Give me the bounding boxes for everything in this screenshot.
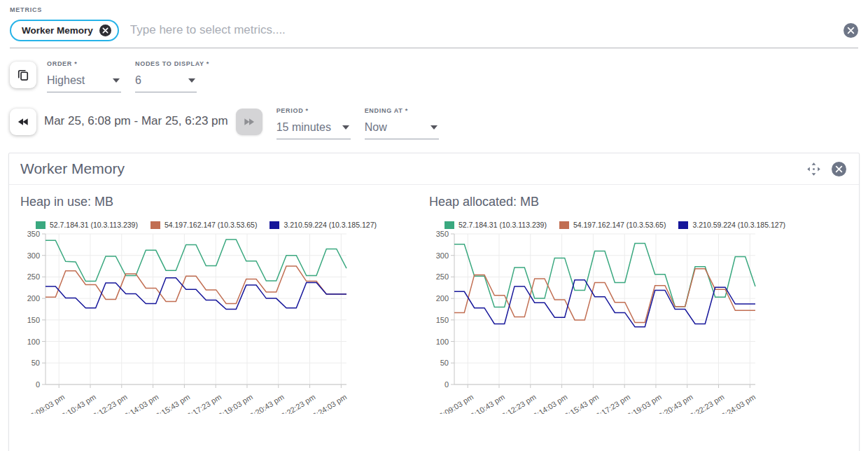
ending-at-select[interactable]: Now (365, 116, 439, 139)
nodes-value: 6 (135, 74, 141, 87)
copy-icon (16, 68, 30, 82)
order-label: ORDER * (47, 60, 121, 67)
legend-label: 54.197.162.147 (10.3.53.65) (164, 221, 258, 229)
duplicate-button[interactable] (10, 62, 36, 88)
svg-text:6:15:43 pm: 6:15:43 pm (154, 393, 191, 414)
svg-text:6:22:23 pm: 6:22:23 pm (689, 393, 726, 414)
chart-heap-allocated: Heap allocated: MB 52.7.184.31 (10.3.113… (429, 195, 838, 414)
move-icon (806, 162, 821, 176)
x-icon (102, 27, 108, 34)
svg-text:350: 350 (436, 230, 449, 238)
legend-swatch-icon (444, 221, 454, 229)
controls: ORDER * Highest NODES TO DISPLAY * 6 Mar… (0, 48, 868, 139)
legend-label: 52.7.184.31 (10.3.113.239) (458, 221, 547, 229)
metric-chip-label: Worker Memory (22, 25, 93, 36)
period-field: PERIOD * 15 minutes (276, 107, 351, 139)
ending-at-label: ENDING AT * (365, 107, 439, 114)
svg-text:6:09:03 pm: 6:09:03 pm (29, 393, 66, 414)
svg-text:6:14:03 pm: 6:14:03 pm (123, 393, 160, 414)
legend-swatch-icon (559, 221, 569, 229)
svg-text:6:09:03 pm: 6:09:03 pm (438, 393, 475, 414)
nodes-label: NODES TO DISPLAY * (135, 60, 209, 67)
svg-text:150: 150 (27, 316, 40, 324)
nodes-select[interactable]: 6 (135, 69, 197, 92)
period-label: PERIOD * (276, 107, 351, 114)
line-chart[interactable]: 0501001502002503003506:09:03 pm6:10:43 p… (20, 230, 349, 414)
legend-label: 54.197.162.147 (10.3.53.65) (573, 221, 666, 229)
svg-text:6:17:23 pm: 6:17:23 pm (186, 393, 223, 414)
chevron-down-icon (188, 78, 195, 83)
legend-item: 3.210.59.224 (10.3.185.127) (270, 221, 377, 229)
svg-text:6:20:43 pm: 6:20:43 pm (657, 393, 694, 414)
panel-title: Worker Memory (20, 160, 806, 177)
legend-item: 54.197.162.147 (10.3.53.65) (559, 221, 666, 229)
svg-text:6:24:03 pm: 6:24:03 pm (311, 393, 348, 414)
line-chart[interactable]: 0501001502002503003506:09:03 pm6:10:43 p… (429, 230, 758, 414)
ending-at-field: ENDING AT * Now (365, 107, 439, 139)
svg-text:350: 350 (27, 230, 40, 238)
legend-swatch-icon (270, 221, 279, 229)
svg-text:6:15:43 pm: 6:15:43 pm (563, 393, 600, 414)
legend-item: 52.7.184.31 (10.3.113.239) (444, 221, 547, 229)
metrics-bar: METRICS Worker Memory (0, 0, 868, 48)
svg-text:6:10:43 pm: 6:10:43 pm (60, 393, 97, 414)
svg-text:250: 250 (27, 272, 40, 281)
close-circle-icon (832, 162, 846, 176)
svg-text:6:20:43 pm: 6:20:43 pm (248, 393, 286, 414)
metric-chip-remove-icon[interactable] (99, 25, 111, 36)
order-value: Highest (47, 74, 85, 87)
order-select[interactable]: Highest (47, 69, 121, 92)
svg-text:6:22:23 pm: 6:22:23 pm (280, 393, 317, 414)
svg-text:200: 200 (27, 294, 40, 303)
metrics-label: METRICS (10, 6, 858, 13)
svg-text:150: 150 (436, 316, 449, 324)
svg-text:6:17:23 pm: 6:17:23 pm (594, 393, 631, 414)
svg-text:6:12:23 pm: 6:12:23 pm (92, 393, 129, 414)
chart-legend: 52.7.184.31 (10.3.113.239)54.197.162.147… (444, 221, 838, 229)
date-range-label: Mar 25, 6:08 pm - Mar 25, 6:23 pm (44, 107, 228, 135)
svg-text:0: 0 (36, 380, 40, 389)
close-widget-icon[interactable] (832, 162, 846, 176)
worker-memory-panel: Worker Memory Heap in use: MB 52.7.184.3… (8, 153, 860, 451)
x-icon (847, 27, 855, 34)
move-widget-icon[interactable] (806, 162, 821, 176)
period-value: 15 minutes (276, 121, 331, 134)
chevron-down-icon (342, 125, 349, 130)
clear-metrics-icon[interactable] (844, 23, 858, 38)
fast-forward-icon (242, 115, 256, 129)
legend-swatch-icon (36, 221, 46, 229)
metrics-search-input[interactable] (129, 22, 844, 38)
svg-text:6:19:03 pm: 6:19:03 pm (217, 393, 254, 414)
nodes-field: NODES TO DISPLAY * 6 (135, 60, 209, 92)
svg-text:200: 200 (436, 294, 449, 303)
svg-text:6:24:03 pm: 6:24:03 pm (720, 393, 757, 414)
svg-text:300: 300 (436, 251, 449, 260)
order-field: ORDER * Highest (47, 60, 121, 92)
svg-text:250: 250 (436, 272, 449, 281)
legend-item: 52.7.184.31 (10.3.113.239) (36, 221, 138, 229)
legend-item: 3.210.59.224 (10.3.185.127) (678, 221, 785, 229)
svg-text:50: 50 (31, 359, 40, 367)
chart-title: Heap in use: MB (20, 195, 429, 209)
svg-text:6:12:23 pm: 6:12:23 pm (500, 393, 538, 414)
svg-text:300: 300 (27, 251, 40, 260)
chevron-down-icon (430, 125, 438, 130)
chevron-down-icon (113, 78, 120, 83)
time-back-button[interactable] (10, 109, 36, 135)
chart-title: Heap allocated: MB (429, 195, 838, 209)
period-select[interactable]: 15 minutes (276, 116, 351, 139)
legend-label: 3.210.59.224 (10.3.185.127) (284, 221, 377, 229)
chart-legend: 52.7.184.31 (10.3.113.239)54.197.162.147… (36, 221, 429, 229)
time-forward-button[interactable] (236, 109, 262, 135)
svg-text:50: 50 (440, 359, 449, 367)
svg-text:6:10:43 pm: 6:10:43 pm (469, 393, 506, 414)
ending-at-value: Now (365, 121, 387, 134)
svg-text:6:19:03 pm: 6:19:03 pm (626, 393, 663, 414)
svg-text:100: 100 (436, 338, 449, 346)
legend-label: 3.210.59.224 (10.3.185.127) (692, 221, 785, 229)
legend-swatch-icon (150, 221, 160, 229)
svg-text:0: 0 (444, 380, 449, 389)
rewind-icon (16, 115, 30, 129)
chart-heap-in-use: Heap in use: MB 52.7.184.31 (10.3.113.23… (20, 195, 429, 414)
metric-chip-worker-memory[interactable]: Worker Memory (10, 20, 119, 41)
